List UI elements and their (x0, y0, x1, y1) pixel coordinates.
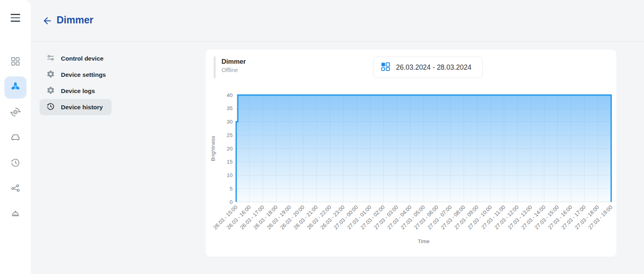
sidebar-item-dashboard[interactable] (4, 51, 27, 73)
fan-icon (10, 82, 21, 93)
area-chart-svg: 26.03 - 15:0026.03 - 16:0026.03 - 17:002… (210, 89, 616, 253)
svg-text:25: 25 (227, 132, 233, 138)
device-name: Dimmer (222, 58, 246, 65)
sofa-icon (10, 132, 21, 144)
dashboard-icon (10, 56, 21, 68)
history-icon (46, 102, 55, 112)
sidebar-nav (4, 51, 27, 225)
sync-icon (10, 107, 21, 119)
sliders-icon (46, 53, 55, 64)
sidebar-item-rooms[interactable] (4, 127, 27, 149)
menu-item-label: Device settings (61, 71, 106, 78)
device-status: Offline (222, 67, 238, 73)
svg-text:40: 40 (227, 92, 233, 98)
header-divider (31, 41, 644, 42)
service-bell-icon (10, 208, 21, 220)
menu-item-device-logs[interactable]: Device logs (40, 83, 112, 99)
date-range-button[interactable]: 26.03.2024 - 28.03.2024 (373, 57, 483, 78)
svg-text:0: 0 (229, 199, 233, 205)
date-range-value: 26.03.2024 - 28.03.2024 (396, 63, 472, 72)
sidebar-item-service[interactable] (4, 203, 27, 225)
menu-item-device-settings[interactable]: Device settings (40, 67, 112, 83)
svg-text:15: 15 (227, 159, 233, 165)
svg-text:20: 20 (227, 146, 233, 152)
history-icon (10, 158, 21, 169)
svg-text:Time: Time (418, 238, 430, 244)
menu-item-label: Control device (61, 55, 104, 62)
sidebar (0, 0, 31, 274)
card-accent-bar (214, 56, 216, 78)
menu-item-control-device[interactable]: Control device (40, 50, 112, 67)
brightness-history-chart: 26.03 - 15:0026.03 - 16:0026.03 - 17:002… (210, 89, 616, 253)
share-icon (10, 183, 21, 195)
hamburger-menu-button[interactable] (10, 13, 21, 23)
svg-text:5: 5 (229, 186, 233, 192)
page-title: Dimmer (57, 14, 93, 26)
svg-text:35: 35 (227, 105, 233, 111)
sidebar-item-devices[interactable] (4, 76, 27, 99)
svg-text:Brightness: Brightness (210, 136, 216, 161)
sidebar-item-history[interactable] (4, 152, 27, 175)
menu-item-label: Device logs (61, 88, 95, 95)
calendar-grid-icon (380, 61, 391, 73)
device-history-card: Dimmer Offline 26.03.2024 - 28.03.2024 2… (206, 49, 616, 257)
svg-text:30: 30 (227, 119, 233, 125)
menu-item-label: Device history (61, 104, 103, 111)
menu-item-device-history[interactable]: Device history (40, 99, 112, 115)
svg-text:10: 10 (227, 172, 233, 178)
device-history-page: Dimmer Control device Device settings De… (0, 0, 644, 274)
sidebar-item-network[interactable] (4, 178, 27, 200)
back-button[interactable] (41, 15, 53, 27)
gear-icon (46, 70, 55, 80)
device-menu: Control device Device settings Device lo… (40, 50, 112, 115)
sidebar-item-automation[interactable] (4, 102, 27, 124)
arrow-left-icon (42, 21, 53, 27)
gear-icon (46, 86, 55, 96)
